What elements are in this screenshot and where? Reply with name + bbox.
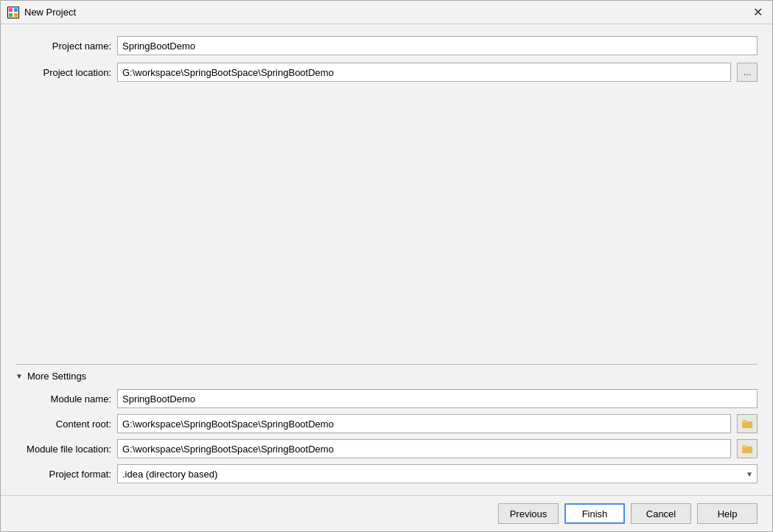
svg-rect-3 [14,8,18,12]
module-name-input[interactable] [117,389,758,408]
dialog-footer: Previous Finish Cancel Help [1,495,772,531]
project-format-row: Project format: .idea (directory based) … [15,464,758,483]
project-name-row: Project name: [15,36,758,55]
folder-icon-2 [742,444,752,453]
finish-button[interactable]: Finish [564,503,625,524]
module-name-row: Module name: [15,389,758,408]
module-file-location-browse-button[interactable] [737,439,758,458]
project-format-label: Project format: [15,469,111,480]
module-file-location-label: Module file location: [15,444,111,455]
project-location-input[interactable] [117,63,731,82]
svg-rect-2 [9,8,13,12]
folder-icon [742,419,752,428]
cancel-button[interactable]: Cancel [631,503,691,524]
module-file-location-input[interactable] [117,439,731,458]
svg-rect-9 [742,445,746,448]
project-location-row: Project location: ... [15,63,758,82]
project-format-wrapper: .idea (directory based) .ipr (file based… [117,464,758,483]
collapse-arrow[interactable]: ▼ [15,372,23,380]
module-name-label: Module name: [15,393,111,405]
more-settings-section: ▼ More Settings Module name: Content roo… [15,364,758,483]
more-settings-header: ▼ More Settings [15,364,758,382]
dialog-content: Project name: Project location: ... ▼ Mo… [1,24,772,495]
new-project-dialog: New Project ✕ Project name: Project loca… [0,0,773,532]
dialog-title: New Project [24,7,744,18]
content-spacer [15,89,758,354]
help-button[interactable]: Help [697,503,758,524]
project-name-input[interactable] [117,36,758,55]
close-button[interactable]: ✕ [749,4,766,21]
content-root-browse-button[interactable] [737,414,758,433]
content-root-label: Content root: [15,419,111,430]
browse-button[interactable]: ... [737,63,758,82]
module-file-location-row: Module file location: [15,439,758,458]
content-root-input[interactable] [117,414,731,433]
svg-rect-4 [9,13,13,17]
project-format-select[interactable]: .idea (directory based) .ipr (file based… [117,464,758,483]
previous-button[interactable]: Previous [498,503,559,524]
app-icon [7,6,20,19]
svg-rect-5 [14,13,18,17]
more-settings-label: More Settings [27,371,86,382]
project-name-label: Project name: [15,41,111,52]
svg-rect-7 [742,420,746,423]
project-location-label: Project location: [15,67,111,78]
content-root-row: Content root: [15,414,758,433]
title-bar: New Project ✕ [1,1,772,24]
